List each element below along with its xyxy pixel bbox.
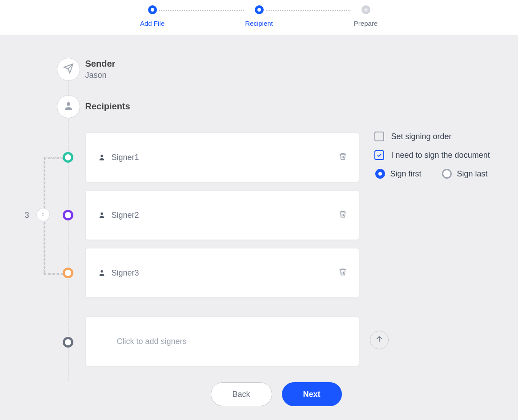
signer-name: Signer2: [112, 211, 139, 220]
checkbox-unchecked-icon: [374, 132, 384, 141]
signer-card[interactable]: Signer2: [85, 190, 359, 240]
signer-name: Signer1: [112, 153, 139, 162]
radio-label: Sign first: [390, 169, 422, 179]
paper-plane-icon: [63, 63, 74, 76]
svg-point-0: [67, 102, 70, 106]
user-icon: [98, 269, 105, 276]
add-signer-card[interactable]: Click to add signers: [85, 316, 359, 366]
user-icon: [98, 154, 105, 161]
step-label: Prepare: [339, 20, 393, 27]
trash-icon: [338, 268, 347, 278]
step-prepare[interactable]: Prepare: [339, 5, 393, 27]
recipients-title: Recipients: [85, 101, 130, 112]
sender-name: Jason: [85, 71, 116, 80]
button-label: Back: [233, 390, 250, 399]
add-signer-node[interactable]: [63, 337, 73, 348]
option-label: Set signing order: [391, 132, 452, 141]
add-signer-placeholder: Click to add signers: [117, 337, 187, 346]
sender-info: Sender Jason: [85, 59, 116, 80]
signer-node[interactable]: [63, 152, 73, 163]
delete-signer-button[interactable]: [337, 210, 348, 220]
step-recipient[interactable]: Recipient: [233, 5, 286, 27]
signer-node[interactable]: [63, 210, 73, 220]
radio-selected-icon: [375, 169, 385, 179]
svg-point-2: [100, 212, 103, 215]
radio-label: Sign last: [457, 169, 488, 179]
vertical-connector: [68, 81, 68, 95]
back-button[interactable]: Back: [211, 382, 272, 406]
set-signing-order-option[interactable]: Set signing order: [374, 132, 508, 141]
need-to-sign-option[interactable]: I need to sign the document: [374, 150, 508, 160]
step-circle-icon: [255, 5, 264, 14]
signer-node[interactable]: [63, 268, 73, 278]
step-label: Add File: [126, 20, 179, 27]
checkbox-checked-icon: [374, 150, 384, 160]
signer-card[interactable]: Signer3: [85, 248, 359, 298]
group-collapse-toggle[interactable]: ⌄ ⌃: [36, 208, 50, 221]
sign-first-radio[interactable]: Sign first: [375, 169, 422, 179]
user-icon: [98, 212, 105, 219]
sender-title: Sender: [85, 59, 116, 69]
group-count: 3: [25, 211, 29, 220]
button-label: Next: [303, 390, 321, 399]
recipients-badge: [57, 95, 80, 118]
svg-point-3: [100, 270, 103, 272]
delete-signer-button[interactable]: [337, 268, 348, 278]
step-label: Recipient: [233, 20, 286, 27]
trash-icon: [338, 152, 347, 163]
sign-last-radio[interactable]: Sign last: [442, 169, 488, 179]
next-button[interactable]: Next: [282, 382, 342, 406]
signer-name: Signer3: [112, 268, 139, 278]
svg-point-1: [100, 155, 103, 157]
scroll-to-top-button[interactable]: [370, 331, 389, 349]
chevron-up-icon: ⌃: [41, 215, 45, 218]
options-panel: Set signing order I need to sign the doc…: [374, 132, 508, 179]
delete-signer-button[interactable]: [337, 152, 348, 163]
step-add-file[interactable]: Add File: [126, 5, 179, 27]
trash-icon: [338, 210, 347, 220]
arrow-up-icon: [375, 335, 384, 345]
radio-unselected-icon: [442, 169, 452, 179]
option-label: I need to sign the document: [391, 151, 490, 160]
step-circle-icon: [361, 5, 370, 14]
user-icon: [63, 100, 74, 113]
sender-badge: [57, 58, 80, 81]
signer-card[interactable]: Signer1: [85, 132, 359, 182]
stepper: Add File Recipient Prepare: [0, 0, 518, 36]
step-circle-icon: [148, 5, 157, 14]
